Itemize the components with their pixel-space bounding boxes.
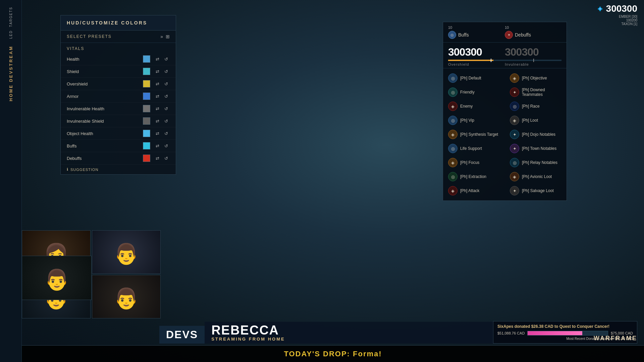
marker-item[interactable]: ◈ Enemy — [443, 99, 505, 113]
marker-item[interactable]: ◈ [Ph] Synthesis Target — [443, 127, 505, 141]
color-row-debuffs[interactable]: Debuffs ⇄ ↺ — [61, 152, 176, 165]
color-swatch[interactable] — [143, 155, 150, 162]
marker-item[interactable]: ✦ [Ph] Downed Teammates — [505, 85, 567, 99]
donation-message: SixApes donated $26.38 CAD to Quest to C… — [497, 324, 633, 329]
color-row-label: Invulnerable Shield — [67, 119, 143, 124]
color-row-invulnerable-health[interactable]: Invulnerable Health ⇄ ↺ — [61, 103, 176, 115]
sidebar-led: LED — [9, 30, 13, 39]
randomize-icon[interactable]: ⇄ — [154, 142, 161, 149]
color-row-armor[interactable]: Armor ⇄ ↺ — [61, 90, 176, 103]
webcam-4: 👨 — [92, 275, 161, 318]
webcam-5-container: 👨 — [22, 256, 92, 300]
marker-item[interactable]: ◎ [Ph] Extraction — [443, 170, 505, 184]
ember-info: EMBER [30] — [597, 15, 637, 18]
reset-icon[interactable]: ↺ — [162, 155, 170, 162]
invulnerable-bar-marker — [533, 59, 534, 62]
reset-icon[interactable]: ↺ — [162, 130, 170, 137]
color-row-object-health[interactable]: Object Health ⇄ ↺ — [61, 127, 176, 140]
color-row-label: Overshield — [67, 81, 143, 86]
color-swatch[interactable] — [143, 117, 150, 125]
color-swatch[interactable] — [143, 55, 150, 63]
buffs-label: ◎ Buffs — [448, 31, 505, 39]
expand-icon[interactable]: » — [160, 34, 163, 39]
marker-item[interactable]: ◈ [Ph] Focus — [443, 156, 505, 170]
row-icons: ⇄ ↺ — [143, 155, 170, 162]
randomize-icon[interactable]: ⇄ — [154, 68, 161, 75]
marker-item[interactable]: ✦ [Ph] Salvage Loot — [505, 184, 567, 198]
marker-item-icon: ◈ — [510, 73, 519, 83]
marker-item-icon: ◈ — [448, 130, 458, 139]
invulnerable-label: Invulnerable — [505, 62, 561, 66]
marker-item[interactable]: ◎ [Ph] Default — [443, 71, 505, 85]
color-swatch[interactable] — [143, 93, 150, 100]
select-presets-bar[interactable]: SELECT PRESETS » ⊞ — [61, 31, 176, 43]
color-row-buffs[interactable]: Buffs ⇄ ↺ — [61, 140, 176, 152]
marker-item-label: [Ph] Relay Notables — [522, 160, 557, 165]
color-swatch[interactable] — [143, 142, 150, 149]
randomize-icon[interactable]: ⇄ — [154, 130, 161, 137]
marker-item[interactable]: ◎ [Ph] Race — [505, 99, 567, 113]
color-swatch[interactable] — [143, 80, 150, 87]
marker-panel: 10 ◎ Buffs 10 ✦ Debuffs 300300 Overshiel… — [443, 22, 567, 201]
randomize-icon[interactable]: ⇄ — [154, 80, 161, 87]
marker-item-icon: ◈ — [510, 116, 519, 125]
overshield-bar-marker — [491, 59, 491, 62]
randomize-icon[interactable]: ⇄ — [154, 55, 161, 63]
marker-item-icon: ◎ — [448, 144, 458, 153]
marker-item[interactable]: ◎ Life Support — [443, 141, 505, 156]
marker-header: 10 ◎ Buffs 10 ✦ Debuffs — [443, 22, 567, 43]
marker-item[interactable]: ◈ [Ph] Objective — [505, 71, 567, 85]
marker-item[interactable]: ◎ [Ph] Vip — [443, 113, 505, 127]
randomize-icon[interactable]: ⇄ — [154, 105, 161, 112]
randomize-icon[interactable]: ⇄ — [154, 155, 161, 162]
row-icons: ⇄ ↺ — [143, 142, 170, 149]
marker-item[interactable]: ◈ [Ph] Attack — [443, 184, 505, 198]
marker-stats: 300300 Overshield 300300 Invulnerable — [443, 43, 567, 68]
grid-icon[interactable]: ⊞ — [166, 34, 170, 39]
marker-item-icon: ✦ — [510, 144, 519, 153]
reset-icon[interactable]: ↺ — [162, 105, 170, 112]
row-icons: ⇄ ↺ — [143, 80, 170, 87]
reset-icon[interactable]: ↺ — [162, 93, 170, 100]
invulnerable-bar — [505, 60, 561, 61]
reset-icon[interactable]: ↺ — [162, 55, 170, 63]
color-row-label: Armor — [67, 94, 143, 99]
webcam-person-2: 👨 — [92, 231, 160, 274]
row-icons: ⇄ ↺ — [143, 68, 170, 75]
randomize-icon[interactable]: ⇄ — [154, 117, 161, 125]
color-swatch[interactable] — [143, 105, 150, 112]
marker-item-icon: ◎ — [448, 73, 458, 83]
marker-item[interactable]: ◈ [Ph] Loot — [505, 113, 567, 127]
overshield-label: Overshield — [448, 62, 505, 66]
marker-item[interactable]: ◎ [Ph] Relay Notables — [505, 156, 567, 170]
row-icons: ⇄ ↺ — [143, 105, 170, 112]
reset-icon[interactable]: ↺ — [162, 68, 170, 75]
suggestion-row[interactable]: ℹ SUGGESTION — [61, 165, 176, 174]
color-swatch[interactable] — [143, 68, 150, 75]
sidebar-targets: TARGETS — [9, 7, 13, 27]
marker-item-label: [Ph] Salvage Loot — [522, 188, 554, 193]
reset-icon[interactable]: ↺ — [162, 80, 170, 87]
color-row-invulnerable-shield[interactable]: Invulnerable Shield ⇄ ↺ — [61, 115, 176, 127]
randomize-icon[interactable]: ⇄ — [154, 93, 161, 100]
color-row-shield[interactable]: Shield ⇄ ↺ — [61, 65, 176, 78]
marker-item-label: [Ph] Downed Teammates — [522, 87, 561, 97]
marker-item[interactable]: ◎ Friendly — [443, 85, 505, 99]
webcam-2: 👨 — [92, 230, 161, 274]
reset-icon[interactable]: ↺ — [162, 117, 170, 125]
marker-item[interactable]: ✦ [Ph] Dojo Notables — [505, 127, 567, 141]
color-swatch[interactable] — [143, 130, 150, 137]
marker-item-icon: ◎ — [448, 116, 458, 125]
marker-item[interactable]: ✦ [Ph] Town Notables — [505, 141, 567, 156]
marker-item[interactable]: ◈ [Ph] Avionic Loot — [505, 170, 567, 184]
reset-icon[interactable]: ↺ — [162, 142, 170, 149]
marker-item-icon: ◎ — [510, 158, 519, 167]
sidebar-left: TARGETS LED HOME DEVSTREAM — [0, 0, 22, 362]
marker-item-label: Friendly — [460, 90, 475, 95]
marker-item-label: [Ph] Vip — [460, 118, 474, 123]
color-row-overshield[interactable]: Overshield ⇄ ↺ — [61, 78, 176, 90]
presets-icons[interactable]: » ⊞ — [160, 34, 170, 39]
hud-panel-title: HUD/CUSTOMIZE COLORS — [61, 15, 176, 31]
color-row-label: Health — [67, 57, 143, 62]
color-row-health[interactable]: Health ⇄ ↺ — [61, 53, 176, 65]
